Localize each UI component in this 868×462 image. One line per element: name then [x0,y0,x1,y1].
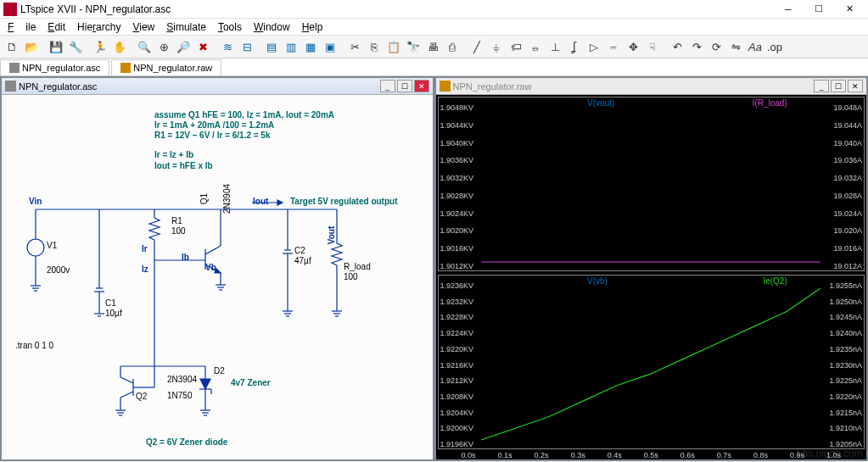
titlebar: LTspice XVII - NPN_regulator.asc ─ ☐ ✕ [0,0,868,19]
schematic-canvas[interactable]: assume Q1 hFE = 100, Iz = 1mA, Iout = 20… [2,95,433,459]
menu-help[interactable]: Help [296,20,329,34]
plot-1[interactable]: V(vout)I(R_load)1.9048KV1.9044KV1.9040KV… [438,97,865,271]
note-l4: Ir = Iz + Ib [154,150,193,159]
workarea: NPN_regulator.asc _ ☐ ✕ [0,76,868,461]
label-c1v: 10µf [105,309,122,318]
app-icon [3,3,17,16]
ground-icon[interactable]: ⏚ [487,37,506,56]
control-panel-icon[interactable]: 🔧 [66,37,85,56]
plot-2[interactable]: V(vb)Ie(Q2)1.9236KV1.9232KV1.9228KV1.922… [438,275,865,449]
panel-min-button[interactable]: _ [380,80,395,92]
waveform-title: NPN_regulator.raw [453,81,813,92]
panel-max-button[interactable]: ☐ [831,80,846,92]
tab-raw[interactable]: NPN_regulator.raw [111,59,221,75]
diode-icon[interactable]: ▷ [585,37,603,56]
zoom-in-icon[interactable]: 🔍 [135,37,154,56]
menu-simulate[interactable]: Simulate [160,20,212,34]
label-v1v: 2000v [47,265,70,275]
label-rloadv: 100 [344,272,358,281]
drag-icon[interactable]: ☟ [643,37,662,56]
menu-view[interactable]: View [126,20,160,34]
copy-icon[interactable]: ⎘ [365,37,384,56]
document-tabs: NPN_regulator.asc NPN_regulator.raw [0,58,868,76]
svg-line-19 [120,377,133,383]
cut-icon[interactable]: ✂ [345,37,364,56]
toolbar: 🗋 📂 💾 🔧 🏃 ✋ 🔍 ⊕ 🔎 ✖ ≋ ⊟ ▤ ▥ ▦ ▣ ✂ ⎘ 📋 🔭 … [0,36,868,58]
label-q2: Q2 [136,392,147,401]
label-vb: Vb [205,263,216,272]
text-icon[interactable]: Aa [746,37,764,56]
label-ir: Ir [142,244,148,253]
waveform-icon [440,81,451,92]
maximize-button[interactable]: ☐ [804,1,834,18]
find-icon[interactable]: 🔭 [404,37,423,56]
schematic-titlebar: NPN_regulator.asc _ ☐ ✕ [2,78,433,95]
menu-window[interactable]: Window [248,20,296,34]
note-l5: Iout = hFE x Ib [154,161,213,170]
label-d2n: 4v7 Zener [231,378,271,387]
menubar: File Edit Hierarchy View Simulate Tools … [0,19,868,36]
paste-icon[interactable]: 📋 [384,37,403,56]
spice-directive-icon[interactable]: .op [765,37,784,56]
schematic-panel: NPN_regulator.asc _ ☐ ✕ [1,77,434,460]
svg-marker-57 [277,200,283,205]
label-tran: .tran 0 1 0 [15,341,53,350]
menu-hierarchy[interactable]: Hierarchy [71,20,126,34]
menu-file[interactable]: File [2,20,42,34]
zoom-fit-icon[interactable]: ✖ [193,37,212,56]
mirror-icon[interactable]: ⇋ [726,37,745,56]
move-icon[interactable]: ✥ [624,37,642,56]
redo-icon[interactable]: ↷ [687,37,706,56]
undo-icon[interactable]: ↶ [668,37,686,56]
close-button[interactable]: ✕ [834,1,865,18]
print-setup-icon[interactable]: ⎙ [443,37,462,56]
tab-asc[interactable]: NPN_regulator.asc [0,59,109,75]
waveform-canvas[interactable]: V(vout)I(R_load)1.9048KV1.9044KV1.9040KV… [436,95,867,459]
label-iout: Iout [253,197,268,206]
open-icon[interactable]: 📂 [22,37,41,56]
label-target: Target 5V regulated output [290,197,398,206]
menu-tools[interactable]: Tools [212,20,248,34]
rotate-icon[interactable]: ⟳ [707,37,725,56]
waveform-icon [120,63,131,73]
tile-h-icon[interactable]: ▤ [262,37,281,56]
print-icon[interactable]: 🖶 [423,37,442,56]
inductor-icon[interactable]: ʆ [565,37,584,56]
label-r1: R1 [171,216,182,225]
run-icon[interactable]: 🏃 [91,37,109,56]
svg-marker-28 [200,379,210,389]
setup-icon[interactable]: ⊟ [238,37,256,56]
wire-icon[interactable]: ╱ [468,37,486,56]
cascade-icon[interactable]: ▦ [301,37,320,56]
pan-icon[interactable]: ⊕ [154,37,173,56]
label-q2note: Q2 = 6V Zener diode [146,437,227,447]
menu-edit[interactable]: Edit [42,20,71,34]
note-l3: R1 = 12V – 6V / Ir = 6/1.2 = 5k [154,131,270,140]
save-icon[interactable]: 💾 [47,37,65,56]
component-icon[interactable]: ⎓ [604,37,623,56]
panel-close-button[interactable]: ✕ [414,80,429,92]
label-icon[interactable]: 🏷 [507,37,525,56]
schematic-icon [9,63,20,73]
tile-v-icon[interactable]: ▥ [282,37,300,56]
new-sch-icon[interactable]: 🗋 [3,37,21,56]
close-win-icon[interactable]: ▣ [321,37,339,56]
schematic-icon [5,81,16,92]
panel-min-button[interactable]: _ [814,80,829,92]
label-c2v: 47µf [294,256,311,265]
schematic-wires [2,95,433,459]
label-iz: Iz [142,264,148,274]
panel-close-button[interactable]: ✕ [848,80,863,92]
panel-max-button[interactable]: ☐ [397,80,412,92]
label-c2: C2 [294,246,305,255]
autorange-icon[interactable]: ≋ [218,37,237,56]
resistor-icon[interactable]: ⏛ [526,37,545,56]
svg-line-36 [205,246,221,254]
stop-icon[interactable]: ✋ [110,37,129,56]
note-l2: Ir = 1mA + 20mA /100 = 1.2mA [154,120,274,130]
label-ib: Ib [182,253,189,262]
capacitor-icon[interactable]: ⊥ [546,37,564,56]
zoom-out-icon[interactable]: 🔎 [174,37,193,56]
schematic-title: NPN_regulator.asc [19,81,378,92]
minimize-button[interactable]: ─ [773,1,804,18]
